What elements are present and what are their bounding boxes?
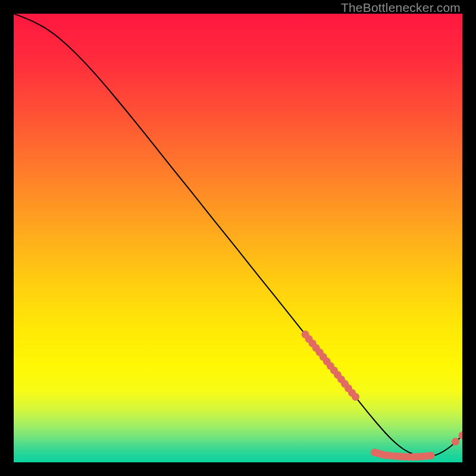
gradient-background [14, 14, 462, 462]
chart-frame [14, 14, 462, 462]
data-point [452, 438, 459, 446]
chart-svg [14, 14, 462, 462]
watermark-text: TheBottlenecker.com [341, 1, 461, 15]
data-point [427, 452, 435, 459]
data-point [352, 393, 359, 400]
